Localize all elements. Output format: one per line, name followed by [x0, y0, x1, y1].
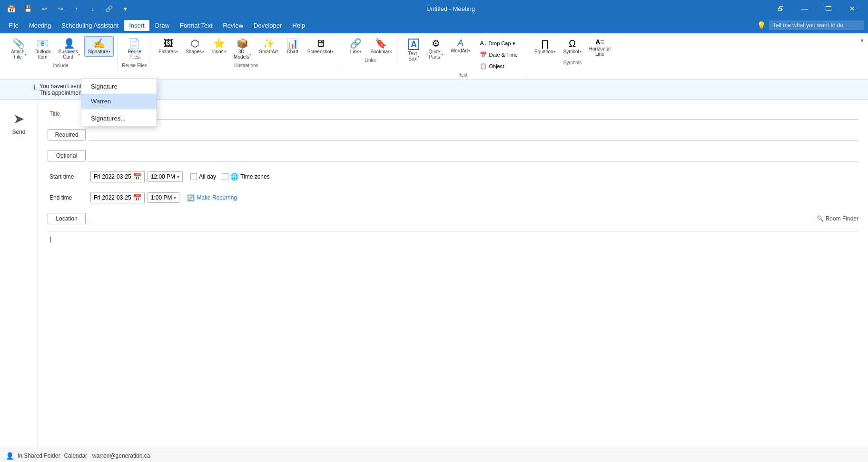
start-date-picker[interactable]: Fri 2022-03-25 📅 [90, 171, 145, 182]
room-finder-button[interactable]: 🔍 Room Finder [817, 215, 858, 222]
send-button[interactable]: ➤ Send [8, 107, 29, 139]
reuse-files-group-label: Reuse Files [122, 62, 147, 70]
location-button[interactable]: Location [48, 213, 86, 224]
smartart-icon: ✨ [263, 39, 275, 48]
horizontal-line-button[interactable]: A≡ HorizontalLine [586, 36, 614, 59]
redo-qat-button[interactable]: ↪ [54, 2, 67, 15]
wordart-label: WordArt [451, 48, 468, 53]
recurring-icon: 🔄 [187, 194, 195, 201]
text-box-icon: A [408, 39, 419, 50]
app-icon: 📅 [5, 2, 18, 15]
icons-button[interactable]: ⭐ Icons ▾ [208, 36, 229, 57]
menu-developer[interactable]: Developer [249, 20, 286, 31]
save-qat-button[interactable]: 💾 [22, 2, 34, 15]
bookmark-button[interactable]: 🔖 Bookmark [367, 36, 395, 57]
equation-button[interactable]: ∏ Equation ▾ [531, 36, 559, 57]
horizontal-line-icon: A≡ [595, 39, 604, 45]
pictures-button[interactable]: 🖼 Pictures ▾ [155, 36, 181, 57]
symbol-button[interactable]: Ω Symbol ▾ [560, 36, 584, 57]
date-time-button[interactable]: 📅 Date & Time [476, 50, 521, 60]
status-bar: 👤 In Shared Folder Calendar - warren@gen… [0, 449, 868, 462]
close-button[interactable]: ✕ [841, 0, 863, 17]
outlook-item-label: OutlookItem [34, 49, 50, 60]
allday-checkbox-box [190, 173, 197, 180]
required-input[interactable] [89, 129, 858, 141]
required-button[interactable]: Required [48, 129, 86, 141]
start-time-row: Start time Fri 2022-03-25 📅 12:00 PM ▾ A… [48, 168, 858, 185]
restore-button[interactable]: 🗗 [770, 0, 792, 17]
business-card-button[interactable]: 👤 BusinessCard ▾ [55, 36, 84, 62]
make-recurring-button[interactable]: 🔄 Make Recurring [187, 194, 237, 201]
quick-parts-button[interactable]: ⚙ QuickParts ▾ [425, 36, 446, 62]
drop-cap-button[interactable]: A↓ Drop Cap ▾ [476, 38, 521, 49]
signature-menu-item-warren[interactable]: Warren [81, 94, 157, 109]
chain-qat-button[interactable]: 🔗 [103, 2, 115, 15]
start-time-select[interactable]: 12:00 PM ▾ [148, 171, 183, 182]
pictures-icon: 🖼 [164, 39, 173, 48]
minimize-button[interactable]: — [794, 0, 816, 17]
menu-meeting[interactable]: Meeting [24, 20, 56, 31]
ribbon-group-include: 📎 AttachFile ▾ 📧 OutlookItem 👤 Busin [4, 35, 118, 70]
equation-label: Equation [534, 49, 553, 54]
3d-models-button[interactable]: 📦 3DModels ▾ [230, 36, 255, 62]
down-qat-button[interactable]: ↓ [87, 2, 99, 15]
icons-icon: ⭐ [213, 39, 225, 48]
link-label: Link [350, 49, 359, 54]
end-time-select[interactable]: 1:00 PM ▾ [148, 192, 180, 203]
menu-scheduling-assistant[interactable]: Scheduling Assistant [57, 20, 123, 31]
menu-draw[interactable]: Draw [150, 20, 174, 31]
ribbon-group-links-items: 🔗 Link ▾ 🔖 Bookmark [345, 36, 395, 57]
ribbon-group-links: 🔗 Link ▾ 🔖 Bookmark Links [341, 35, 399, 65]
menu-help[interactable]: Help [287, 20, 310, 31]
timezone-checkbox-box [222, 173, 228, 180]
object-label: Object [489, 63, 504, 69]
up-qat-button[interactable]: ↑ [70, 2, 83, 15]
optional-button[interactable]: Optional [48, 150, 86, 161]
wordart-button[interactable]: A WordArt ▾ [447, 36, 474, 56]
text-box-button[interactable]: A TextBox ▾ [403, 36, 424, 64]
undo-qat-button[interactable]: ↩ [38, 2, 50, 15]
screenshot-button[interactable]: 🖥 Screenshot ▾ [304, 36, 337, 57]
menu-search: 💡 [757, 20, 864, 30]
allday-checkbox[interactable]: All day [190, 173, 216, 180]
symbol-icon: Ω [569, 39, 576, 48]
chart-button[interactable]: 📊 Chart [282, 36, 303, 57]
reuse-files-button[interactable]: 📄 ReuseFiles [124, 36, 145, 62]
object-button[interactable]: 📋 Object [476, 61, 521, 71]
timezone-checkbox[interactable]: 🌐 Time zones [222, 173, 270, 181]
shapes-button[interactable]: ⬡ Shapes ▾ [182, 36, 207, 57]
smartart-button[interactable]: ✨ SmartArt [256, 36, 281, 57]
menu-review[interactable]: Review [218, 20, 248, 31]
screenshot-icon: 🖥 [316, 39, 326, 48]
link-button[interactable]: 🔗 Link ▾ [345, 36, 366, 57]
screenshot-label: Screenshot [307, 49, 332, 54]
menu-format-text[interactable]: Format Text [175, 20, 217, 31]
business-card-label: BusinessCard [59, 49, 78, 60]
body-area[interactable]: | [48, 231, 858, 302]
title-input[interactable] [91, 108, 858, 120]
icons-arrow: ▾ [224, 50, 226, 54]
signature-button[interactable]: ✍ Signature ▾ [84, 36, 114, 57]
main-content: ℹ You haven't sent this me... This appoi… [0, 80, 868, 449]
attach-file-button[interactable]: 📎 AttachFile ▾ [8, 36, 30, 62]
location-input[interactable] [89, 213, 817, 224]
end-date-picker[interactable]: Fri 2022-03-25 📅 [90, 192, 145, 203]
ribbon-collapse-button[interactable]: ∧ [860, 37, 864, 44]
menu-insert[interactable]: Insert [124, 20, 149, 31]
start-time-value: 12:00 PM [151, 173, 175, 180]
maximize-button[interactable]: 🗖 [818, 0, 839, 17]
outlook-item-button[interactable]: 📧 OutlookItem [31, 36, 54, 62]
signature-separator [81, 110, 157, 110]
optional-input[interactable] [89, 150, 858, 161]
signature-menu-item-signatures[interactable]: Signatures... [81, 111, 157, 126]
menu-file[interactable]: File [4, 20, 23, 31]
content-wrapper: 📎 AttachFile ▾ 📧 OutlookItem 👤 Busin [0, 33, 868, 462]
title-bar-right: 🗗 — 🗖 ✕ [770, 0, 863, 17]
more-qat-button[interactable]: ▾ [119, 2, 131, 15]
text-box-arrow: ▾ [417, 54, 419, 59]
search-input[interactable] [769, 20, 864, 30]
recurring-label: Make Recurring [197, 194, 237, 201]
signature-menu-item-signature[interactable]: Signature [81, 79, 157, 94]
location-row: Location 🔍 Room Finder [48, 210, 858, 227]
drop-cap-label: Drop Cap ▾ [488, 40, 515, 47]
